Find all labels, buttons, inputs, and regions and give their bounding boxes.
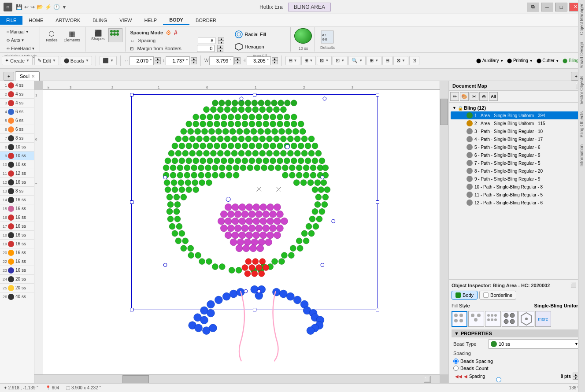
x2-spinner[interactable]: ▲ ▼ — [234, 57, 241, 64]
y2-up[interactable]: ▲ — [272, 57, 278, 61]
pattern-3[interactable] — [485, 311, 501, 327]
manual-btn[interactable]: ≡ Manual ▼ — [4, 28, 37, 36]
all-btn[interactable]: All — [489, 92, 498, 101]
x1-spinner[interactable]: ▲ ▼ — [155, 57, 161, 64]
auto-btn[interactable]: ⟳ Auto ▼ — [4, 37, 37, 44]
bead-row[interactable]: 25 20 ss — [0, 284, 34, 292]
bead-row[interactable]: 11 12 ss — [0, 169, 34, 178]
x2-up[interactable]: ▲ — [234, 57, 241, 61]
cutter-toggle[interactable]: ⬤ Cutter ▼ — [537, 58, 559, 63]
y1-down[interactable]: ▼ — [191, 61, 197, 64]
coord-x1[interactable] — [130, 56, 154, 65]
shapes-btn[interactable]: ⬛ Shapes — [89, 28, 107, 42]
margin-down[interactable]: ▼ — [217, 48, 223, 52]
nodes-btn[interactable]: ⬡ Nodes — [44, 28, 59, 44]
save-btn[interactable]: 💾 — [16, 4, 22, 10]
pencil-btn[interactable]: ✏ — [450, 92, 459, 101]
elements-btn[interactable]: ▦ Elements — [61, 28, 82, 44]
pattern-1[interactable] — [452, 311, 467, 327]
bead-row[interactable]: 18 16 ss — [0, 231, 34, 240]
bead-row[interactable]: 15 16 ss — [0, 204, 34, 213]
bead-row[interactable]: 2 4 ss — [0, 90, 34, 99]
menu-file[interactable]: FILE — [0, 16, 22, 25]
menu-bling[interactable]: BLING — [86, 16, 113, 25]
edit-dropdown[interactable]: ✎ Edit ▼ — [34, 56, 59, 65]
bead-row[interactable]: 4 6 ss — [0, 107, 34, 116]
margin-input[interactable] — [197, 45, 215, 52]
tab-close-icon[interactable]: ✕ — [31, 74, 35, 79]
pattern-5[interactable] — [518, 311, 534, 327]
bead-row[interactable]: 16 16 ss — [0, 213, 34, 222]
redo-btn[interactable]: ↪ — [30, 4, 35, 10]
flash-btn[interactable]: ⚡ — [45, 4, 52, 10]
bead-type-select[interactable]: 10 ss ▼ — [489, 339, 581, 349]
bead-row[interactable]: 1 4 ss — [0, 81, 34, 90]
bead-row[interactable]: 12 16 ss — [0, 178, 34, 187]
menu-help[interactable]: HELP — [138, 16, 163, 25]
minimize-btn[interactable]: ─ — [541, 3, 553, 11]
menu-view[interactable]: VIEW — [113, 16, 138, 25]
bead-row[interactable]: 8 10 ss — [0, 143, 34, 152]
more-btn[interactable]: ▼ — [62, 4, 67, 10]
tree-item[interactable]: 6 - Path - Single-Bling Regular - 9 — [451, 151, 583, 159]
x2-down[interactable]: ▼ — [234, 61, 241, 64]
body-tab[interactable]: Body — [452, 291, 478, 300]
spacing-down[interactable]: ▼ — [218, 41, 224, 44]
margin-up[interactable]: ▲ — [217, 45, 223, 48]
tree-item[interactable]: 1 - Area - Single-Bling Uniform - 394 — [451, 111, 583, 119]
zoom-in-btn[interactable]: 🔍▼ — [348, 56, 366, 65]
inspector-expand-btn[interactable]: ⬜ — [570, 282, 577, 288]
tree-item[interactable]: 11 - Path - Single-Bling Regular - 5 — [451, 191, 583, 199]
tree-item[interactable]: 9 - Path - Single-Bling Regular - 9 — [451, 175, 583, 183]
bead-row[interactable]: 7 8 ss — [0, 134, 34, 143]
margin-spinner[interactable]: ▲ ▼ — [217, 45, 223, 52]
bead-row[interactable]: 26 40 ss — [0, 292, 34, 301]
printing-toggle[interactable]: ⬤ Printing ▼ — [507, 58, 533, 63]
order-btn[interactable]: ⊠▼ — [317, 56, 332, 65]
freehand-btn[interactable]: ✏ FreeHand ▼ — [4, 45, 37, 52]
borderline-tab[interactable]: Borderline — [479, 291, 516, 300]
tree-item[interactable]: 8 - Path - Single-Bling Regular - 20 — [451, 167, 583, 175]
tree-item[interactable]: 7 - Path - Single-Bling Regular - 5 — [451, 159, 583, 167]
bead-row[interactable]: 20 16 ss — [0, 248, 34, 257]
x1-up[interactable]: ▲ — [155, 57, 161, 61]
pattern-more[interactable]: more — [535, 311, 551, 327]
vertical-scrollbar[interactable] — [440, 81, 448, 374]
bead-row[interactable]: 23 16 ss — [0, 266, 34, 275]
tree-item[interactable]: 12 - Path - Single-Bling Regular - 6 — [451, 199, 583, 207]
menu-home[interactable]: HOME — [22, 16, 49, 25]
play-icon[interactable]: ◀ — [464, 374, 467, 379]
collapse-arrow[interactable]: ▼ — [454, 331, 459, 336]
spacing-input[interactable] — [198, 37, 215, 44]
pattern-4[interactable] — [502, 311, 518, 327]
horizontal-scrollbar[interactable]: ⬜ — [34, 374, 440, 383]
tree-item[interactable]: 3 - Path - Single-Bling Regular - 10 — [451, 127, 583, 135]
bead-row[interactable]: 17 16 ss — [0, 222, 34, 231]
bead-row[interactable]: 3 4 ss — [0, 99, 34, 107]
play-start-icon[interactable]: ◀◀ — [455, 374, 462, 379]
vector-objects-tab[interactable]: Vector Objects — [579, 81, 585, 108]
zoom-fit-btn[interactable]: ⊞▼ — [367, 56, 381, 65]
y1-spinner[interactable]: ▲ ▼ — [191, 57, 197, 64]
x1-down[interactable]: ▼ — [155, 61, 161, 64]
tree-item[interactable]: 4 - Path - Single-Bling Regular - 17 — [451, 135, 583, 143]
zoom-all-btn[interactable]: ⊟ — [382, 56, 392, 65]
hscroll-thumb[interactable] — [122, 375, 149, 383]
scissors-btn[interactable]: ✂ — [470, 92, 478, 101]
beads-count-radio[interactable] — [453, 366, 459, 371]
bling-group-item[interactable]: ▼ 🔒 Bling (12) — [451, 104, 583, 111]
restore-btn[interactable]: ⧉ — [527, 3, 539, 11]
bead-row[interactable]: 9 10 ss — [0, 152, 34, 160]
coord-x2[interactable] — [209, 56, 233, 65]
new-tab-btn[interactable]: + — [4, 72, 14, 81]
bead-row[interactable]: 14 16 ss — [0, 196, 34, 204]
spacing-slider-thumb[interactable] — [496, 377, 501, 382]
bling-objects-tab[interactable]: Bling Objects — [579, 108, 585, 141]
y2-down[interactable]: ▼ — [272, 61, 278, 64]
y1-up[interactable]: ▲ — [191, 57, 197, 61]
beads-dropdown[interactable]: ⬤ Beads ▼ — [61, 56, 92, 65]
coord-y1[interactable] — [166, 56, 190, 65]
distribute-btn[interactable]: ⊞▼ — [301, 56, 316, 65]
tree-item[interactable]: 2 - Area - Single-Bling Uniform - 115 — [451, 119, 583, 127]
radial-fill-btn[interactable]: Radial Fill — [233, 29, 287, 40]
